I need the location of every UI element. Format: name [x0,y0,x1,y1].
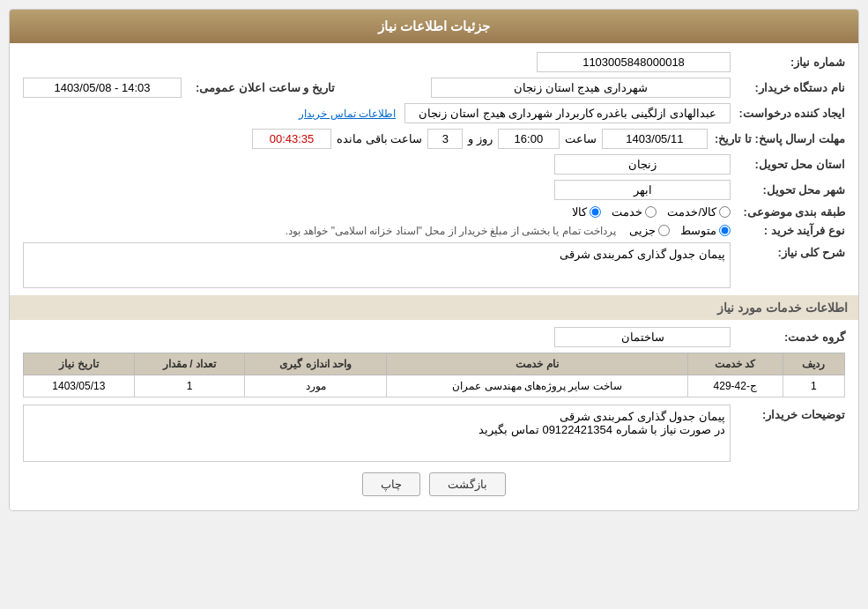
col-need-date: تاریخ نیاز [24,353,135,375]
buyer-desc-value-col: پیمان جدول گذاری کمربندی شرقی در صورت نی… [23,405,731,462]
description-field: پیمان جدول گذاری کمربندی شرقی [23,242,731,288]
remaining-time-field: 00:43:35 [252,129,331,149]
city-field: ابهر [554,180,731,200]
buyer-org-field: شهرداری هیدج استان زنجان [431,78,731,98]
cell-service_code: ج-42-429 [687,375,783,397]
announce-date-field: 1403/05/08 - 14:03 [23,78,182,98]
remaining-label: ساعت باقی مانده [337,132,422,145]
deadline-time-field: 16:00 [498,129,560,149]
buyer-org-label: نام دستگاه خریدار: [731,81,845,94]
description-label: شرح کلی نیاز: [731,242,845,259]
service-group-label: گروه خدمت: [731,330,845,344]
deadline-time-label: ساعت [565,132,597,145]
deadline-days-label: روز و [468,132,493,145]
purchase-motavasset-radio[interactable] [719,225,731,236]
purchase-type-label: نوع فرآیند خرید : [731,224,845,237]
services-section-header: اطلاعات خدمات مورد نیاز [10,295,858,320]
service-group-field: ساختمان [554,327,731,347]
province-value-col: زنجان [23,154,731,175]
col-service-name: نام خدمت [387,353,687,375]
category-label: طبقه بندی موضوعی: [731,205,845,219]
need-number-value-col: 1103005848000018 [23,52,731,72]
creator-label: ایجاد کننده درخواست: [731,107,845,120]
purchase-type-col: متوسط جزیی پرداخت تمام یا بخشی از مبلغ خ… [23,224,731,237]
need-number-label: شماره نیاز: [731,56,845,69]
purchase-jozi-radio[interactable] [658,225,670,236]
contact-link[interactable]: اطلاعات تماس خریدار [299,108,396,120]
city-label: شهر محل تحویل: [731,183,845,197]
card-body: شماره نیاز: 1103005848000018 نام دستگاه … [10,43,858,510]
description-row: شرح کلی نیاز: پیمان جدول گذاری کمربندی ش… [23,242,845,288]
category-kala-option[interactable]: کالا [572,205,601,219]
col-unit: واحد اندازه گیری [245,353,387,375]
button-row: بازگشت چاپ [23,472,845,496]
creator-row: ایجاد کننده درخواست: عبدالهادی ازلگینی ب… [23,103,845,123]
cell-need_date: 1403/05/13 [24,375,135,397]
buyer-org-row: نام دستگاه خریدار: شهرداری هیدج استان زن… [23,78,845,98]
deadline-row: مهلت ارسال پاسخ: تا تاریخ: 1403/05/11 سا… [23,129,845,149]
category-khadamat-option[interactable]: خدمت [612,205,657,219]
buyer-desc-label: توضیحات خریدار: [731,405,845,421]
buyer-org-value-col: شهرداری هیدج استان زنجان [352,78,731,98]
announce-date-label: تاریخ و ساعت اعلان عمومی: [189,81,335,94]
category-kala-khadamat-option[interactable]: کالا/خدمت [667,205,731,219]
category-khadamat-radio[interactable] [645,206,657,218]
purchase-radio-group: متوسط جزیی [629,224,731,237]
province-row: استان محل تحویل: زنجان [23,154,845,175]
category-kala-khadamat-radio[interactable] [719,206,731,218]
deadline-days-field: 3 [427,129,463,149]
page-wrapper: جزئیات اطلاعات نیاز شماره نیاز: 11030058… [0,0,868,609]
service-group-row: گروه خدمت: ساختمان [23,327,845,347]
province-field: زنجان [554,154,731,175]
category-kala-khadamat-label: کالا/خدمت [667,205,716,219]
services-table: ردیف کد خدمت نام خدمت واحد اندازه گیری ت… [23,353,845,397]
category-row: طبقه بندی موضوعی: کالا/خدمت خدمت کالا [23,205,845,219]
buyer-desc-row: توضیحات خریدار: پیمان جدول گذاری کمربندی… [23,405,845,462]
creator-value-col: عبدالهادی ازلگینی باغدره کاربردار شهردار… [23,103,731,123]
category-kala-label: کالا [572,205,587,219]
main-card: جزئیات اطلاعات نیاز شماره نیاز: 11030058… [9,9,859,511]
col-quantity: تعداد / مقدار [134,353,245,375]
city-value-col: ابهر [23,180,731,200]
page-title: جزئیات اطلاعات نیاز [10,10,858,43]
announce-date-col: تاریخ و ساعت اعلان عمومی: 1403/05/08 - 1… [23,78,335,98]
purchase-type-row: نوع فرآیند خرید : متوسط جزیی پرداخت تمام… [23,224,845,237]
city-row: شهر محل تحویل: ابهر [23,180,845,200]
category-kala-radio[interactable] [590,206,601,218]
need-number-field: 1103005848000018 [537,52,731,72]
purchase-jozi-option[interactable]: جزیی [629,224,670,237]
print-button[interactable]: چاپ [362,472,420,496]
purchase-jozi-label: جزیی [629,224,656,237]
province-label: استان محل تحویل: [731,158,845,171]
deadline-value-col: 1403/05/11 ساعت 16:00 روز و 3 ساعت باقی … [23,129,708,149]
cell-unit: مورد [245,375,387,397]
purchase-motavasset-label: متوسط [680,224,716,237]
deadline-date-field: 1403/05/11 [602,129,708,149]
cell-quantity: 1 [134,375,245,397]
table-row: 1ج-42-429ساخت سایر پروژه‌های مهندسی عمرا… [24,375,845,397]
need-number-row: شماره نیاز: 1103005848000018 [23,52,845,72]
cell-service_name: ساخت سایر پروژه‌های مهندسی عمران [387,375,687,397]
category-khadamat-label: خدمت [612,205,642,219]
col-service-code: کد خدمت [687,353,783,375]
back-button[interactable]: بازگشت [429,472,506,496]
creator-field: عبدالهادی ازلگینی باغدره کاربردار شهردار… [404,103,731,123]
service-group-value-col: ساختمان [23,327,731,347]
cell-row_num: 1 [783,375,844,397]
purchase-motavasset-option[interactable]: متوسط [680,224,731,237]
table-header-row: ردیف کد خدمت نام خدمت واحد اندازه گیری ت… [24,353,845,375]
description-value-col: پیمان جدول گذاری کمربندی شرقی [23,242,731,288]
deadline-label: مهلت ارسال پاسخ: تا تاریخ: [708,132,845,145]
purchase-notice: پرداخت تمام یا بخشی از مبلغ خریدار از مح… [286,225,616,237]
buyer-desc-field: پیمان جدول گذاری کمربندی شرقی در صورت نی… [23,405,731,462]
col-row-num: ردیف [783,353,844,375]
category-radio-group: کالا/خدمت خدمت کالا [23,205,731,219]
